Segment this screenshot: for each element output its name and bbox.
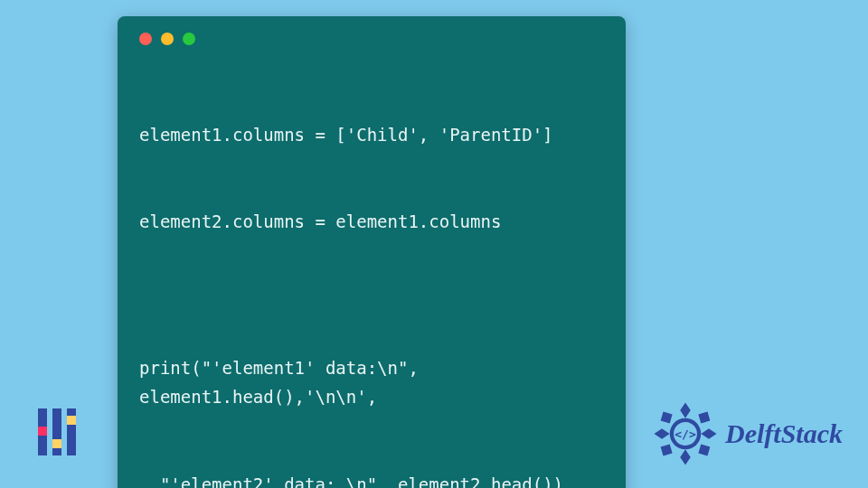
maximize-icon (183, 33, 195, 45)
svg-marker-6 (680, 402, 691, 418)
code-block: element1.columns = ['Child', 'ParentID']… (139, 61, 604, 488)
svg-marker-11 (698, 412, 710, 424)
svg-marker-10 (661, 412, 673, 424)
svg-marker-7 (680, 449, 691, 465)
svg-rect-2 (67, 408, 76, 455)
code-line: element1.columns = ['Child', 'ParentID'] (139, 120, 604, 149)
svg-rect-4 (52, 439, 61, 448)
code-line: element2.columns = element1.columns (139, 207, 604, 236)
code-line: "'element2' data: \n", element2.head()) (139, 470, 604, 488)
left-logo-icon (33, 403, 83, 461)
svg-rect-1 (52, 408, 61, 455)
svg-text:</>: </> (675, 427, 696, 441)
svg-marker-8 (654, 428, 669, 439)
svg-rect-5 (67, 416, 76, 425)
brand-logo: </> DelftStack (653, 401, 843, 466)
brand-name: DelftStack (725, 418, 843, 449)
minimize-icon (161, 33, 174, 45)
window-controls (139, 33, 604, 45)
svg-rect-3 (38, 427, 47, 436)
svg-marker-13 (698, 445, 710, 456)
brand-badge-icon: </> (653, 401, 718, 466)
svg-marker-9 (701, 428, 716, 439)
code-line: print("'element1' data:\n", element1.hea… (139, 353, 604, 412)
close-icon (139, 33, 152, 45)
code-window: element1.columns = ['Child', 'ParentID']… (118, 16, 626, 488)
svg-marker-12 (661, 445, 673, 456)
